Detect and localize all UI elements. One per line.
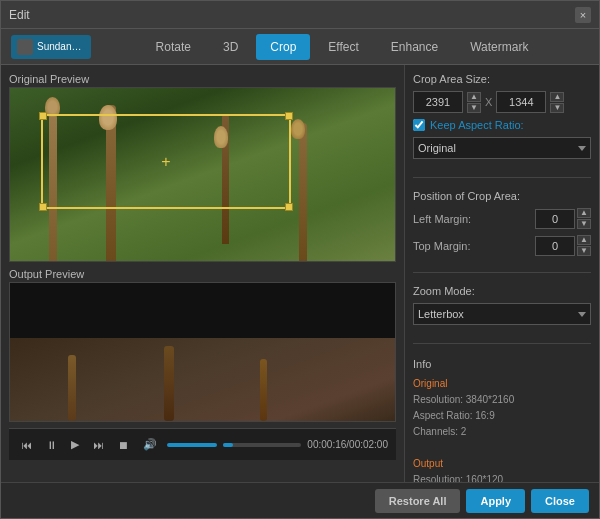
crop-handle-tr[interactable]: [285, 112, 293, 120]
right-panel: Crop Area Size: ▲ ▼ X ▲ ▼ Ke: [404, 65, 599, 482]
left-margin-down[interactable]: ▼: [577, 219, 591, 229]
left-margin-row: Left Margin: ▲ ▼: [413, 208, 591, 229]
height-down-arrow[interactable]: ▼: [550, 103, 564, 113]
progress-fill: [223, 443, 233, 447]
height-up-arrow[interactable]: ▲: [550, 92, 564, 102]
left-margin-label: Left Margin:: [413, 213, 493, 225]
progress-bar[interactable]: [223, 443, 301, 447]
aspect-select-row: Original: [413, 137, 591, 159]
keep-aspect-row: Keep Aspect Ratio:: [413, 119, 591, 131]
left-margin-input[interactable]: [535, 209, 575, 229]
left-panel: Original Preview: [1, 65, 404, 482]
output-preview-section: Output Preview: [9, 268, 396, 422]
crop-size-row: ▲ ▼ X ▲ ▼: [413, 91, 591, 113]
controls-bar: ⏮ ⏸ ▶ ⏭ ⏹ 🔊 00:00:16/00:02:00: [9, 428, 396, 460]
top-margin-up[interactable]: ▲: [577, 235, 591, 245]
crop-box[interactable]: +: [41, 114, 291, 209]
position-label: Position of Crop Area:: [413, 190, 591, 202]
bottom-bar: Restore All Apply Close: [1, 482, 599, 518]
top-margin-label: Top Margin:: [413, 240, 493, 252]
width-up-arrow[interactable]: ▲: [467, 92, 481, 102]
zoom-label: Zoom Mode:: [413, 285, 591, 297]
top-margin-down[interactable]: ▼: [577, 246, 591, 256]
output-preview: [9, 282, 396, 422]
thumbnail-label: Sundance in 4: [37, 41, 85, 52]
crop-width-input[interactable]: [413, 91, 463, 113]
tab-crop[interactable]: Crop: [256, 34, 310, 60]
toolbar: Sundance in 4 Rotate 3D Crop Effect Enha…: [1, 29, 599, 65]
window-close-button[interactable]: ×: [575, 7, 591, 23]
prev-button[interactable]: ⏮: [17, 437, 36, 453]
tab-effect[interactable]: Effect: [314, 34, 372, 60]
divider-2: [413, 272, 591, 273]
stop-button[interactable]: ⏹: [114, 437, 133, 453]
divider-3: [413, 343, 591, 344]
crop-center-icon: +: [161, 153, 170, 171]
original-preview: +: [9, 87, 396, 262]
aspect-select[interactable]: Original: [413, 137, 591, 159]
top-margin-input[interactable]: [535, 236, 575, 256]
divider-1: [413, 177, 591, 178]
output-resolution: Resolution: 160*120: [413, 472, 591, 482]
width-down-arrow[interactable]: ▼: [467, 103, 481, 113]
orig-aspect: Aspect Ratio: 16:9: [413, 408, 591, 424]
time-display: 00:00:16/00:02:00: [307, 439, 388, 450]
window-title: Edit: [9, 8, 575, 22]
left-margin-up[interactable]: ▲: [577, 208, 591, 218]
title-bar: Edit ×: [1, 1, 599, 29]
zoom-section: Zoom Mode: Letterbox: [413, 285, 591, 331]
restore-all-button[interactable]: Restore All: [375, 489, 461, 513]
zoom-select[interactable]: Letterbox: [413, 303, 591, 325]
volume-icon[interactable]: 🔊: [139, 436, 161, 453]
zoom-select-row: Letterbox: [413, 303, 591, 325]
info-section: Info Original Resolution: 3840*2160 Aspe…: [413, 356, 591, 482]
original-preview-section: Original Preview: [9, 73, 396, 262]
output-preview-label: Output Preview: [9, 268, 396, 280]
left-margin-wrap: ▲ ▼: [535, 208, 591, 229]
top-margin-spinner: ▲ ▼: [577, 235, 591, 256]
tab-rotate[interactable]: Rotate: [142, 34, 205, 60]
info-header: Info: [413, 356, 591, 374]
orig-channels: Channels: 2: [413, 424, 591, 440]
original-preview-label: Original Preview: [9, 73, 396, 85]
left-margin-spinner: ▲ ▼: [577, 208, 591, 229]
main-content: Original Preview: [1, 65, 599, 482]
top-margin-wrap: ▲ ▼: [535, 235, 591, 256]
close-button[interactable]: Close: [531, 489, 589, 513]
crop-area-section: Crop Area Size: ▲ ▼ X ▲ ▼ Ke: [413, 73, 591, 165]
tab-watermark[interactable]: Watermark: [456, 34, 542, 60]
crop-handle-tl[interactable]: [39, 112, 47, 120]
edit-window: Edit × Sundance in 4 Rotate 3D Crop Effe…: [0, 0, 600, 519]
position-section: Position of Crop Area: Left Margin: ▲ ▼ …: [413, 190, 591, 260]
volume-slider[interactable]: [167, 443, 217, 447]
crop-height-input[interactable]: [496, 91, 546, 113]
crop-area-label: Crop Area Size:: [413, 73, 591, 85]
x-separator: X: [485, 96, 492, 108]
orig-resolution: Resolution: 3840*2160: [413, 392, 591, 408]
crop-handle-bl[interactable]: [39, 203, 47, 211]
play-pause-button[interactable]: ⏸: [42, 437, 61, 453]
output-image: [10, 283, 395, 421]
width-spinner: ▲ ▼: [467, 92, 481, 113]
crop-handle-br[interactable]: [285, 203, 293, 211]
original-image: +: [10, 88, 395, 261]
keep-aspect-label: Keep Aspect Ratio:: [430, 119, 524, 131]
orig-info-label: Original: [413, 376, 591, 392]
play-button[interactable]: ▶: [67, 436, 83, 453]
top-margin-row: Top Margin: ▲ ▼: [413, 235, 591, 256]
tab-enhance[interactable]: Enhance: [377, 34, 452, 60]
height-spinner: ▲ ▼: [550, 92, 564, 113]
next-button[interactable]: ⏭: [89, 437, 108, 453]
apply-button[interactable]: Apply: [466, 489, 525, 513]
output-info-label: Output: [413, 456, 591, 472]
tab-3d[interactable]: 3D: [209, 34, 252, 60]
keep-aspect-checkbox[interactable]: [413, 119, 425, 131]
